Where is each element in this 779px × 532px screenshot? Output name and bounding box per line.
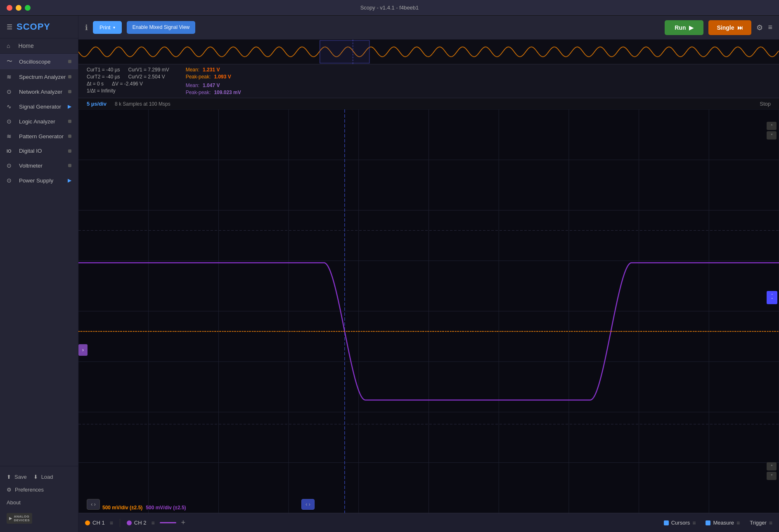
info-icon[interactable]: ℹ: [85, 23, 88, 32]
hamburger-icon[interactable]: ☰: [7, 23, 12, 31]
run-icon: ▶: [689, 24, 694, 31]
trigger-label: Trigger: [750, 520, 767, 526]
ch2-settings-icon[interactable]: ≡: [151, 520, 154, 526]
sidebar-item-voltmeter[interactable]: ⊙ Voltmeter: [0, 158, 78, 173]
pattern-indicator: [68, 135, 71, 138]
menu-icon[interactable]: ≡: [768, 23, 772, 32]
trigger-control[interactable]: Trigger ≡: [750, 520, 772, 526]
ch1-pp-label: Peak-peak:: [186, 74, 211, 80]
measure-settings-icon[interactable]: ≡: [736, 520, 740, 526]
time-per-div[interactable]: 5 µs/div: [87, 101, 107, 107]
mixed-signal-button[interactable]: Enable Mixed Signal View: [127, 21, 196, 34]
sample-rate: 8 k Samples at 100 Msps: [115, 101, 170, 107]
ch2-pp-label: Peak-peak:: [186, 90, 211, 95]
digital-io-indicator: [68, 149, 71, 153]
trigger-settings-icon[interactable]: ≡: [769, 520, 772, 526]
sidebar-item-logic-analyzer[interactable]: ⊙ Logic Analyzer: [0, 114, 78, 129]
ch1-mean-val: 1.231 V: [203, 67, 220, 73]
minimize-button[interactable]: [16, 5, 21, 11]
ch2-indicator[interactable]: CH 2: [127, 520, 147, 526]
sidebar-item-spectrum-analyzer[interactable]: ≋ Spectrum Analyzer: [0, 69, 78, 84]
mini-overview[interactable]: [78, 40, 779, 64]
add-channel-button[interactable]: +: [181, 518, 186, 527]
window-controls: [7, 5, 31, 11]
signal-generator-arrow: ▶: [68, 104, 71, 109]
scope-display[interactable]: › ˄ ˅ ˄ ˅ ˄ ˅: [78, 109, 779, 513]
settings-icon[interactable]: ⚙: [756, 23, 763, 32]
channel-bar: CH 1 ≡ CH 2 ≡ + Cursors ≡ Measure ≡: [78, 513, 779, 532]
sidebar-item-network-analyzer[interactable]: ⊙ Network Analyzer: [0, 84, 78, 99]
ch1-scroll-down[interactable]: ˅: [767, 131, 777, 140]
spectrum-indicator: [68, 75, 71, 78]
preferences-icon: ⚙: [7, 487, 12, 493]
save-button[interactable]: ⬆ Save ⬇ Load: [0, 471, 78, 483]
single-button[interactable]: Single ⏭: [708, 20, 751, 35]
cursors-settings-icon[interactable]: ≡: [692, 520, 696, 526]
cursor-time-stats: CurT1 = -40 µs CurV1 = 7.299 mV CurT2 = …: [87, 67, 169, 94]
left-expand-button[interactable]: ›: [78, 344, 88, 356]
single-icon: ⏭: [737, 24, 743, 31]
sidebar-item-pattern-generator[interactable]: ≋ Pattern Generator: [0, 129, 78, 144]
oscilloscope-icon: 〜: [7, 58, 15, 65]
ch1-label: CH 1: [92, 520, 105, 526]
spectrum-analyzer-icon: ≋: [7, 73, 15, 80]
inv-delta-t: 1/Δt = Infinity: [87, 88, 116, 94]
ch2-mean-val: 1.047 V: [203, 83, 220, 88]
toolbar: ℹ Print ▾ Enable Mixed Signal View Run ▶…: [78, 16, 779, 40]
ch1-settings-icon[interactable]: ≡: [110, 520, 113, 526]
logic-indicator: [68, 120, 71, 123]
sidebar-item-oscilloscope[interactable]: 〜 Oscilloscope: [0, 54, 78, 69]
measure-control[interactable]: Measure ≡: [706, 520, 740, 526]
ch2-pp-val: 109.023 mV: [214, 90, 241, 95]
ch1-mean-label: Mean:: [186, 67, 199, 73]
about-button[interactable]: About: [0, 496, 78, 509]
cursors-label: Cursors: [671, 520, 690, 526]
run-button[interactable]: Run ▶: [665, 20, 703, 35]
window-title: Scopy - v1.4.1 - f4beeb1: [360, 5, 419, 11]
sidebar-item-home[interactable]: ⌂ Home: [0, 38, 78, 54]
stop-label[interactable]: Stop: [760, 101, 771, 107]
nav-arrows-left: ‹ ›: [87, 499, 100, 510]
nav-center-button[interactable]: ‹ ›: [301, 499, 315, 510]
mini-waveform-canvas: [78, 40, 779, 64]
voltmeter-indicator: [68, 164, 71, 167]
measure-label: Measure: [713, 520, 734, 526]
power-supply-arrow: ▶: [68, 177, 71, 183]
logic-analyzer-icon: ⊙: [7, 118, 15, 125]
sidebar: ☰ SCOPY ⌂ Home 〜 Oscilloscope ≋ Spectrum…: [0, 16, 78, 532]
ch1-indicator[interactable]: CH 1: [85, 520, 105, 526]
digital-io-icon: IO: [7, 149, 15, 154]
ch3-scroll-down[interactable]: ˅: [767, 472, 777, 480]
oscilloscope-area: CurT1 = -40 µs CurV1 = 7.299 mV CurT2 = …: [78, 40, 779, 513]
ch-divider: [120, 519, 120, 527]
sidebar-item-signal-generator[interactable]: ∿ Signal Generator ▶: [0, 99, 78, 114]
sidebar-item-digital-io[interactable]: IO Digital IO: [0, 144, 78, 158]
load-icon: ⬇: [33, 474, 38, 480]
ch3-scroll-up[interactable]: ˄: [767, 462, 777, 471]
sidebar-logo-area: ☰ SCOPY: [0, 16, 78, 38]
network-indicator: [68, 90, 71, 93]
measure-dot: [706, 520, 710, 525]
delta-t: Δt = 0 s: [87, 81, 104, 87]
ch1-color-dot: [85, 520, 90, 525]
pattern-generator-icon: ≋: [7, 133, 15, 140]
analog-devices-logo: ▶ ANALOGDEVICES: [0, 509, 78, 528]
app-logo: SCOPY: [17, 21, 50, 32]
preferences-button[interactable]: ⚙ Preferences: [0, 483, 78, 496]
close-button[interactable]: [7, 5, 12, 11]
maximize-button[interactable]: [25, 5, 31, 11]
cursors-control[interactable]: Cursors ≡: [664, 520, 696, 526]
print-button[interactable]: Print ▾: [93, 21, 122, 34]
main-content: ℹ Print ▾ Enable Mixed Signal View Run ▶…: [78, 16, 779, 532]
stats-bar: CurT1 = -40 µs CurV1 = 7.299 mV CurT2 = …: [78, 64, 779, 98]
sidebar-item-power-supply[interactable]: ⊙ Power Supply ▶: [0, 173, 78, 188]
nav-left-button[interactable]: ‹ ›: [87, 499, 100, 510]
titlebar: Scopy - v1.4.1 - f4beeb1: [0, 0, 779, 16]
oscilloscope-indicator: [68, 60, 71, 63]
ch2-scroll-btn[interactable]: ˄ ˅: [767, 291, 777, 304]
ch1-pp-val: 1.093 V: [214, 74, 231, 80]
network-analyzer-icon: ⊙: [7, 88, 15, 95]
ch2-scroll-controls: ˄ ˅: [767, 291, 777, 304]
ch1-scroll-up[interactable]: ˄: [767, 122, 777, 130]
ch1-scroll-controls: ˄ ˅: [767, 122, 777, 140]
